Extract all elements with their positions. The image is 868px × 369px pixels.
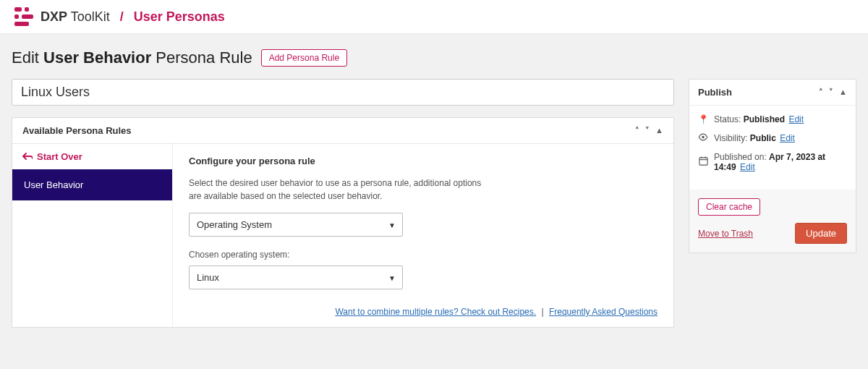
behavior-select[interactable]: Operating System: [189, 213, 403, 237]
published-label: Published on:: [714, 152, 767, 162]
brand-rest: ToolKit: [71, 9, 110, 24]
svg-rect-0: [14, 7, 22, 12]
page-title-suffix: Persona Rule: [156, 48, 252, 67]
panel-collapse-up-icon[interactable]: ˄: [635, 126, 639, 135]
os-field-label: Chosen operating system:: [189, 250, 658, 260]
topbar: DXP ToolKit / User Personas: [0, 0, 868, 34]
status-label: Status:: [714, 114, 741, 124]
svg-rect-4: [14, 22, 29, 26]
status-row: 📍 Status: Published Edit: [698, 114, 847, 124]
breadcrumb-current[interactable]: User Personas: [134, 9, 225, 25]
page-title-prefix: Edit: [12, 48, 39, 67]
config-description: Select the desired user behavior to use …: [189, 177, 493, 203]
brand-name: DXP ToolKit: [41, 9, 110, 25]
visibility-edit-link[interactable]: Edit: [780, 133, 795, 143]
eye-icon: [698, 133, 708, 143]
faq-link[interactable]: Frequently Asked Questions: [549, 307, 658, 317]
brand-bold: DXP: [41, 9, 67, 24]
page-title: Edit User Behavior Persona Rule: [12, 48, 252, 67]
visibility-row: Visibility: Public Edit: [698, 133, 847, 143]
rule-config-area: Configure your persona rule Select the d…: [173, 144, 673, 327]
panel-header: Available Persona Rules ˄ ˅ ▲: [12, 118, 673, 144]
status-value: Published: [744, 114, 785, 124]
svg-rect-3: [22, 14, 33, 19]
help-links-row: Want to combine multiple rules? Check ou…: [189, 307, 658, 317]
visibility-value: Public: [750, 133, 776, 143]
panel-collapse-down-icon[interactable]: ˅: [645, 126, 650, 135]
calendar-icon: [698, 156, 708, 168]
publish-collapse-up-icon[interactable]: ˄: [819, 88, 823, 97]
sidebar-item-user-behavior[interactable]: User Behavior: [12, 169, 172, 200]
page-title-bold: User Behavior: [43, 48, 151, 67]
panel-header-title: Available Persona Rules: [22, 125, 132, 136]
os-select-value: Linux: [197, 272, 219, 283]
publish-header-title: Publish: [698, 87, 732, 98]
update-button[interactable]: Update: [795, 223, 847, 244]
config-title: Configure your persona rule: [189, 156, 658, 166]
svg-point-5: [702, 136, 705, 139]
persona-title-input[interactable]: [12, 79, 674, 106]
combine-rules-link[interactable]: Want to combine multiple rules? Check ou…: [335, 307, 536, 317]
publish-toggle-icon[interactable]: ▲: [839, 88, 847, 97]
os-select[interactable]: Linux: [189, 266, 403, 289]
breadcrumb-separator: /: [120, 9, 124, 25]
start-over-label: Start Over: [37, 151, 82, 162]
start-over-button[interactable]: Start Over: [12, 144, 172, 169]
svg-rect-6: [699, 158, 707, 165]
add-persona-rule-button[interactable]: Add Persona Rule: [261, 49, 347, 67]
clear-cache-button[interactable]: Clear cache: [698, 198, 760, 216]
svg-rect-1: [25, 7, 29, 12]
publish-collapse-down-icon[interactable]: ˅: [829, 88, 833, 97]
status-edit-link[interactable]: Edit: [788, 114, 804, 124]
behavior-select-value: Operating System: [197, 219, 272, 230]
publish-header: Publish ˄ ˅ ▲: [689, 80, 856, 106]
rules-sidebar: Start Over User Behavior: [12, 144, 173, 327]
pin-icon: 📍: [698, 114, 708, 124]
published-edit-link[interactable]: Edit: [740, 162, 755, 172]
move-to-trash-link[interactable]: Move to Trash: [698, 229, 753, 239]
available-persona-rules-panel: Available Persona Rules ˄ ˅ ▲ Sta: [12, 117, 674, 328]
visibility-label: Visibility:: [714, 133, 747, 143]
undo-arrow-icon: [22, 153, 33, 161]
svg-rect-2: [14, 14, 19, 19]
panel-toggle-icon[interactable]: ▲: [655, 126, 663, 135]
sidebar-item-label: User Behavior: [24, 179, 83, 190]
published-on-row: Published on: Apr 7, 2023 at 14:49 Edit: [698, 152, 847, 172]
app-logo-icon: [14, 7, 33, 26]
help-separator: |: [541, 307, 543, 317]
publish-panel: Publish ˄ ˅ ▲ 📍 Status: Published Edit: [689, 79, 856, 253]
